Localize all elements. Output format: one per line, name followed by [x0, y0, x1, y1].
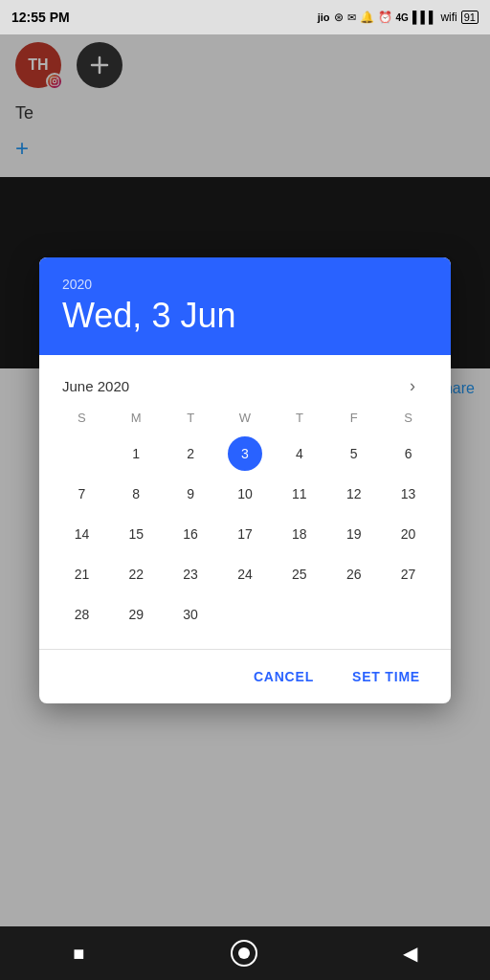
stop-icon[interactable]: ■	[73, 943, 84, 965]
cal-day-10[interactable]: 10	[228, 477, 262, 511]
cal-day-9[interactable]: 9	[173, 477, 208, 511]
set-time-button[interactable]: SET TIME	[337, 661, 435, 692]
dialog-overlay: 2020 Wed, 3 Jun June 2020 › S M T W T F …	[0, 34, 490, 926]
cal-day-3[interactable]: 3	[228, 436, 262, 471]
signal-icon: ▌▌▌	[412, 11, 437, 24]
day-header-m: M	[109, 405, 164, 431]
cal-day-29[interactable]: 29	[119, 597, 153, 632]
cal-day-27[interactable]: 27	[391, 557, 426, 591]
cal-day-1[interactable]: 1	[119, 436, 153, 471]
cancel-button[interactable]: CANCEL	[238, 661, 329, 692]
cal-day-24[interactable]: 24	[228, 557, 262, 591]
status-bar: 12:55 PM jio ⊛ ✉ 🔔 ⏰ 4G ▌▌▌ wifi 91	[0, 0, 490, 34]
4g-icon: 4G	[396, 12, 409, 23]
cal-day-11[interactable]: 11	[282, 477, 317, 511]
next-month-arrow[interactable]: ›	[397, 370, 428, 401]
alarm-icon: 🔔	[360, 11, 374, 24]
cal-day-8[interactable]: 8	[119, 477, 153, 511]
calendar-grid: S M T W T F S 12345678910111213141516171…	[55, 405, 435, 634]
cal-day-6[interactable]: 6	[391, 436, 426, 471]
cal-day-20[interactable]: 20	[391, 517, 426, 551]
status-time: 12:55 PM	[11, 10, 70, 25]
picker-actions: CANCEL SET TIME	[39, 650, 451, 703]
cal-day-7[interactable]: 7	[64, 477, 99, 511]
cal-day-empty	[64, 436, 99, 471]
back-icon[interactable]: ◀	[403, 942, 417, 965]
cal-day-25[interactable]: 25	[282, 557, 317, 591]
cal-day-26[interactable]: 26	[337, 557, 371, 591]
layers-icon: ⊛	[334, 11, 344, 24]
calendar-days: 1234567891011121314151617181920212223242…	[55, 434, 435, 634]
picker-header: 2020 Wed, 3 Jun	[39, 257, 451, 355]
cal-day-28[interactable]: 28	[64, 597, 99, 632]
cal-day-16[interactable]: 16	[173, 517, 208, 551]
cal-day-23[interactable]: 23	[173, 557, 208, 591]
cal-day-12[interactable]: 12	[337, 477, 371, 511]
cal-day-2[interactable]: 2	[173, 436, 208, 471]
cal-day-13[interactable]: 13	[391, 477, 426, 511]
cal-day-19[interactable]: 19	[337, 517, 371, 551]
cal-day-4[interactable]: 4	[282, 436, 317, 471]
picker-display-date: Wed, 3 Jun	[62, 296, 428, 336]
month-nav: June 2020 ›	[55, 363, 435, 405]
cal-day-21[interactable]: 21	[64, 557, 99, 591]
clock-icon: ⏰	[378, 11, 392, 24]
wifi-icon: wifi	[440, 11, 457, 24]
picker-year: 2020	[62, 277, 428, 292]
day-header-s2: S	[381, 405, 435, 431]
day-header-w: W	[218, 405, 273, 431]
month-title: June 2020	[62, 378, 129, 394]
navigation-bar: ■ ◀	[0, 926, 490, 980]
day-header-f: F	[326, 405, 381, 431]
jio-icon: jio	[318, 11, 330, 23]
home-icon[interactable]	[231, 940, 257, 967]
battery-icon: 91	[461, 11, 479, 24]
cal-day-5[interactable]: 5	[337, 436, 371, 471]
day-headers: S M T W T F S	[55, 405, 435, 431]
cal-day-18[interactable]: 18	[282, 517, 317, 551]
cal-day-14[interactable]: 14	[64, 517, 99, 551]
day-header-t2: T	[272, 405, 326, 431]
cal-day-30[interactable]: 30	[173, 597, 208, 632]
date-picker-dialog: 2020 Wed, 3 Jun June 2020 › S M T W T F …	[39, 257, 451, 703]
day-header-t1: T	[164, 405, 218, 431]
picker-body: June 2020 › S M T W T F S 12345678910111…	[39, 355, 451, 641]
cal-day-22[interactable]: 22	[119, 557, 153, 591]
gmail-icon: ✉	[347, 11, 356, 24]
cal-day-15[interactable]: 15	[119, 517, 153, 551]
status-icons: jio ⊛ ✉ 🔔 ⏰ 4G ▌▌▌ wifi 91	[318, 11, 479, 24]
day-header-s1: S	[55, 405, 109, 431]
cal-day-17[interactable]: 17	[228, 517, 262, 551]
